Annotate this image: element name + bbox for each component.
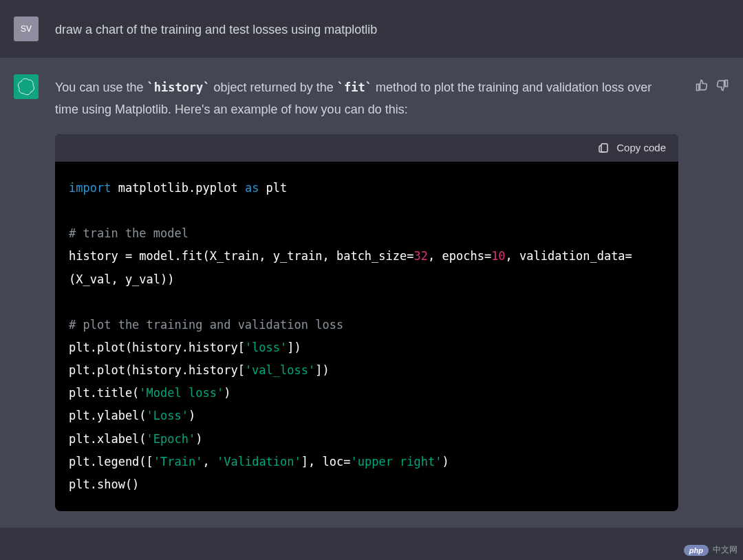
- user-message-content: draw a chart of the training and test lo…: [55, 17, 729, 41]
- watermark-text: 中文网: [713, 544, 737, 556]
- assistant-paragraph: You can use the `history` object returne…: [55, 77, 678, 120]
- text-segment: object returned by the: [211, 80, 337, 94]
- code-content[interactable]: import matplotlib.pyplot as plt # train …: [55, 162, 678, 511]
- copy-code-label: Copy code: [616, 139, 666, 157]
- user-message-row: SV draw a chart of the training and test…: [0, 0, 743, 58]
- thumbs-down-icon[interactable]: [715, 78, 729, 92]
- watermark: php 中文网: [684, 544, 737, 556]
- user-message-text: draw a chart of the training and test lo…: [55, 19, 729, 41]
- svg-rect-0: [601, 144, 607, 152]
- php-badge: php: [684, 545, 709, 556]
- avatar-initials: SV: [21, 24, 32, 34]
- feedback-buttons: [695, 74, 729, 511]
- code-block: Copy code import matplotlib.pyplot as pl…: [55, 134, 678, 511]
- user-avatar: SV: [14, 17, 39, 41]
- copy-code-button[interactable]: Copy code: [55, 134, 678, 162]
- openai-logo-icon: [18, 78, 34, 95]
- text-segment: You can use the: [55, 80, 147, 94]
- inline-code-history: `history`: [147, 80, 210, 94]
- clipboard-icon: [597, 142, 610, 154]
- inline-code-fit: `fit`: [337, 80, 372, 94]
- assistant-message-row: You can use the `history` object returne…: [0, 58, 743, 528]
- assistant-avatar: [14, 74, 39, 99]
- thumbs-up-icon[interactable]: [695, 78, 709, 92]
- assistant-message-content: You can use the `history` object returne…: [55, 74, 678, 511]
